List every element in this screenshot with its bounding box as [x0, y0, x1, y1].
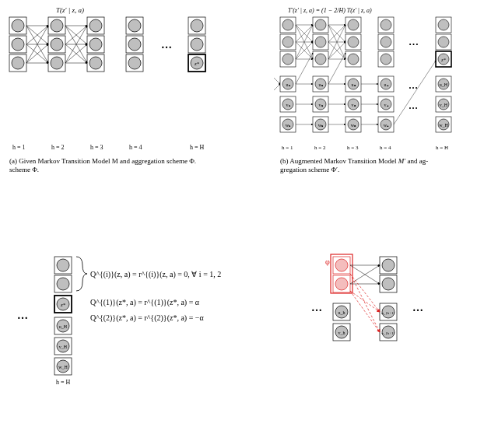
svg-point-18 [128, 19, 141, 32]
b-chains: u₁ u₂ u₃ u₄ u_H v₁ v₂ v₃ v₄ v_H w₁ w₂ w₃… [274, 53, 451, 132]
svg-point-72 [381, 19, 391, 30]
d-edges [350, 265, 380, 284]
col-h4 [126, 17, 143, 72]
caption-a2: scheme Φ. [9, 166, 39, 173]
brace-icon [76, 257, 87, 291]
panel-a: T(z′ | z, a) [9, 6, 205, 151]
svg-text:h = 4: h = 4 [129, 144, 142, 151]
b-hlabels: h = 1 h = 2 h = 3 h = 4 h = H [282, 145, 448, 151]
svg-point-22 [128, 57, 141, 69]
svg-text:w_H: w_H [439, 123, 448, 128]
svg-text:w₁: w₁ [286, 123, 291, 128]
svg-text:h = 3: h = 3 [347, 145, 359, 151]
svg-text:v_{h+1}: v_{h+1} [381, 331, 395, 335]
panel-a-title: T(z′ | z, a) [56, 6, 84, 14]
ellipsis: … [161, 39, 172, 51]
svg-point-62 [315, 37, 326, 47]
ellipsis: … [409, 80, 418, 91]
svg-text:h = 3: h = 3 [90, 144, 103, 151]
svg-line-210 [350, 274, 380, 312]
node [9, 17, 26, 34]
svg-point-98 [438, 37, 449, 47]
svg-point-20 [128, 38, 141, 51]
svg-point-76 [381, 54, 391, 65]
caption-b: (b) Augmented Markov Transition Model M′… [280, 157, 428, 165]
svg-point-2 [12, 38, 24, 51]
svg-point-68 [348, 37, 359, 47]
svg-point-14 [89, 38, 102, 51]
svg-text:h = 4: h = 4 [380, 145, 391, 151]
equations: Q^{(i)}(z, a) = r^{(i)}(z, a) = 0, ∀ i =… [90, 270, 221, 323]
svg-text:Q^{(i)}(z, a) = r^{(i)}(z, a) : Q^{(i)}(z, a) = r^{(i)}(z, a) = 0, ∀ i =… [90, 270, 221, 279]
node-zstar: z* [436, 51, 451, 67]
svg-text:z*: z* [194, 61, 200, 67]
edges-23 [65, 26, 87, 63]
svg-point-189 [335, 278, 348, 290]
svg-text:h = 2: h = 2 [314, 145, 326, 151]
svg-text:w_H: w_H [58, 365, 68, 369]
svg-point-16 [89, 57, 102, 69]
panel-c: … z* u_H v_H w_H h = H Q^{(i)}(z, a) = r… [17, 257, 221, 386]
svg-point-26 [191, 38, 203, 51]
svg-text:Q^{(1)}(z*, a) = r^{(1)}(z*, a: Q^{(1)}(z*, a) = r^{(1)}(z*, a) = α [90, 298, 200, 307]
svg-text:z*: z* [440, 58, 445, 62]
svg-point-8 [51, 38, 63, 51]
svg-line-103 [274, 84, 280, 90]
col-h2 [48, 17, 65, 72]
svg-line-158 [296, 53, 313, 84]
phi-label: φ [325, 257, 330, 266]
svg-text:h = H: h = H [56, 379, 71, 386]
svg-text:h = 2: h = 2 [51, 144, 65, 151]
svg-point-74 [381, 37, 391, 47]
svg-point-58 [282, 54, 293, 65]
svg-point-169 [57, 278, 69, 290]
svg-text:w₂: w₂ [318, 123, 324, 128]
svg-text:h = H: h = H [190, 144, 205, 151]
col-h1 [9, 17, 26, 72]
svg-point-10 [51, 57, 63, 69]
svg-text:z*: z* [60, 302, 66, 308]
svg-line-213 [350, 291, 380, 332]
svg-text:v_H: v_H [440, 103, 448, 107]
ellipsis: … [412, 302, 423, 313]
svg-point-167 [57, 259, 69, 271]
svg-line-102 [274, 78, 280, 84]
svg-point-199 [382, 278, 395, 290]
svg-point-70 [348, 54, 359, 65]
svg-point-6 [51, 19, 63, 32]
svg-text:v_h: v_h [338, 331, 345, 335]
node [9, 54, 26, 72]
ellipsis: … [17, 310, 28, 321]
svg-point-12 [89, 19, 102, 32]
svg-text:h = H: h = H [436, 145, 448, 151]
ellipsis: … [409, 100, 418, 111]
svg-line-160 [394, 61, 436, 124]
svg-line-212 [350, 291, 380, 312]
caption-a: (a) Given Markov Transition Model M and … [9, 157, 196, 165]
svg-line-159 [328, 53, 345, 84]
svg-text:u_h: u_h [338, 310, 345, 315]
svg-point-54 [282, 19, 293, 30]
node-zstar: z* [188, 54, 205, 72]
svg-line-211 [350, 274, 380, 332]
svg-point-66 [348, 19, 359, 30]
col-hH: z* [188, 17, 205, 72]
a-hlabels: h = 1 h = 2 h = 3 h = 4 h = H [12, 144, 205, 151]
node-zstar: z* [54, 296, 72, 313]
svg-point-64 [315, 54, 326, 65]
svg-text:w₃: w₃ [351, 123, 356, 128]
svg-text:v_H: v_H [59, 345, 68, 349]
svg-point-24 [191, 19, 203, 32]
panel-b: T′(z′ | z, a) = (1 − 2/H) T(z′ | z, a) … [274, 7, 451, 151]
svg-text:u_H: u_H [440, 82, 448, 87]
edges-12 [26, 26, 48, 63]
b-col-hH: z* [436, 17, 451, 67]
panel-b-title: T′(z′ | z, a) = (1 − 2/H) T(z′ | z, a) [288, 7, 372, 14]
state-icon [12, 19, 24, 32]
svg-text:u_{h+1}: u_{h+1} [381, 311, 395, 315]
svg-text:u_H: u_H [59, 324, 68, 329]
ellipsis: … [409, 36, 419, 47]
d-red-edges [350, 274, 380, 332]
node [9, 36, 26, 53]
svg-point-56 [282, 37, 293, 47]
